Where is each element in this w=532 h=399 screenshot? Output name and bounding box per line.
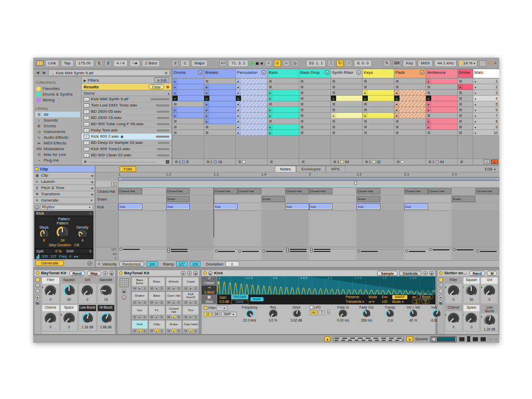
clip-launch-icon[interactable]: ▸ — [331, 113, 336, 118]
velocity-point[interactable] — [405, 250, 408, 252]
macro-knob-space[interactable]: Space0 — [463, 304, 481, 331]
velocity-grid[interactable] — [118, 247, 499, 260]
clip-slot[interactable]: ▸ — [236, 118, 267, 124]
clip-slot[interactable]: ▸ — [172, 113, 204, 118]
velocity-point[interactable] — [167, 250, 170, 252]
clip-slot[interactable] — [458, 130, 473, 136]
pad-play-button[interactable]: ▸ — [171, 286, 176, 290]
clear-filters-button[interactable]: Clear — [149, 84, 165, 89]
velocity-point[interactable] — [310, 250, 313, 252]
collection-mixing[interactable]: Mixing — [35, 97, 81, 103]
clip-slot[interactable] — [299, 96, 330, 101]
lane-chevron-icon[interactable]: ▼ — [98, 262, 100, 265]
pad-mute-button[interactable]: M — [167, 286, 171, 290]
loop-switch-icon[interactable]: Ω — [111, 182, 117, 187]
pad-solo-button[interactable]: S — [177, 300, 181, 304]
clip-slot[interactable]: ▸ — [363, 96, 394, 101]
hide-chains-icon[interactable]: − — [438, 289, 443, 294]
snap-button[interactable]: SNAP — [250, 297, 263, 301]
tab-sample[interactable]: Sample — [377, 271, 397, 276]
clip-slot[interactable]: ▸ — [394, 113, 425, 118]
clip-slot[interactable]: ▸ — [172, 84, 204, 90]
velocity-point[interactable] — [453, 248, 456, 251]
pad-play-button[interactable]: ▸ — [189, 286, 193, 290]
clip-slot[interactable]: ▸ — [204, 84, 235, 90]
clip-slot[interactable] — [299, 90, 330, 96]
clip-slot[interactable] — [426, 84, 457, 90]
lfo-hz-button[interactable]: Hz — [310, 310, 318, 315]
pad-solo-button[interactable]: S — [193, 300, 198, 304]
scene-launch-icon[interactable]: ▸ — [475, 114, 476, 117]
velocity-range-row[interactable]: ▟ 100 127 Freq 4 ◂ ▸ — [34, 254, 94, 259]
clip-slot[interactable]: ▸ — [268, 96, 299, 101]
clip-launch-icon[interactable]: ▸ — [172, 96, 178, 101]
clip-slot[interactable]: ▸ — [204, 96, 235, 101]
new-icon[interactable]: + — [265, 60, 272, 67]
filter-toggle[interactable] — [204, 306, 207, 310]
shift-control[interactable]: Shift0 — [64, 249, 94, 254]
clip-slot[interactable] — [363, 130, 394, 136]
clip-slot[interactable]: ▸ — [458, 84, 473, 90]
draw-mode-icon[interactable]: ✎ — [383, 60, 391, 67]
clip-section-launch[interactable]: ⊳Launch◀ — [33, 179, 95, 185]
track-header-percussion[interactable]: Percussion▾ — [236, 69, 267, 78]
clip-launch-icon[interactable]: ▸ — [426, 118, 431, 124]
midi-note-kick[interactable]: Kick — [166, 204, 190, 210]
stop-button[interactable]: ■ — [256, 60, 259, 66]
macro-knob-chance[interactable]: Chance0 — [42, 304, 60, 331]
edit-filters-button[interactable]: ⚙ Edit — [154, 77, 169, 83]
device-chain-minimap[interactable] — [333, 336, 404, 342]
preview-icon[interactable]: ◉ — [84, 159, 87, 164]
res-knob[interactable]: Res0.0 % — [263, 305, 284, 322]
clip-slot[interactable]: ▸ — [172, 78, 204, 84]
clip-section-clip[interactable]: ▣Clip◀ — [33, 172, 95, 179]
sort-icon[interactable]: ▴ — [168, 91, 169, 95]
fade-out-knob[interactable]: Fade Out358 ms — [356, 305, 377, 322]
browser-file-kick-mkit-synth-9-aif[interactable]: ≈Kick Mkit Synth 9.aif — [82, 96, 171, 102]
clip-slot[interactable] — [204, 124, 235, 130]
clip-slot[interactable] — [363, 107, 394, 113]
clip-slot[interactable] — [394, 78, 425, 84]
drum-pad-open-hat[interactable]: Open HatM▸S — [166, 291, 182, 305]
browser-file-tom-low-dmx-tonic-wav[interactable]: ≈Tom Low DMX Tonic.wav — [82, 102, 171, 109]
lfo-rate-field[interactable]: 2 — [318, 310, 325, 315]
clip-launch-icon[interactable]: ▸ — [236, 96, 241, 101]
trigger-button[interactable]: TRIGGER — [231, 295, 248, 299]
browser-file-kick-909-2-wav[interactable]: ≈Kick 909 2.wav◉ — [82, 134, 171, 140]
clip-slot[interactable] — [426, 113, 457, 118]
grid-resolution-menu[interactable]: 1/16 ▼ — [484, 167, 496, 171]
show-returns-icon[interactable]: ▦ — [35, 300, 40, 305]
track-header-main[interactable]: Main — [473, 69, 499, 78]
midi-note-snare[interactable]: Snare — [356, 196, 380, 202]
clip-launch-icon[interactable]: ▸ — [172, 107, 178, 112]
clip-slot[interactable]: ▸ — [236, 107, 267, 113]
clip-slot[interactable]: ▸ — [204, 107, 235, 113]
mode-classic[interactable]: ↺Classic — [202, 276, 217, 286]
clip-slot[interactable]: ▸ — [426, 118, 457, 124]
sidebar-item-audio-effects[interactable]: ∿Audio Effects — [35, 135, 81, 140]
clip-launch-icon[interactable]: ▸ — [394, 96, 400, 101]
clip-slot[interactable] — [299, 78, 330, 84]
midi-map-button[interactable]: MIDI — [418, 60, 433, 67]
sidebar-item-drums[interactable]: ⊞Drums — [35, 123, 81, 129]
map-button[interactable]: M — [487, 271, 497, 276]
clip-slot[interactable] — [331, 101, 362, 107]
frequency-knob[interactable]: Frequency22.0 kHz — [240, 305, 260, 322]
clip-launch-icon[interactable]: ▸ — [204, 101, 209, 107]
clip-slot[interactable] — [363, 84, 394, 90]
pad-mute-button[interactable]: M — [132, 315, 137, 318]
pad-play-button[interactable]: ▸ — [154, 329, 159, 332]
clip-slot[interactable] — [299, 124, 330, 130]
scene-slot-4[interactable]: ▸4 — [473, 96, 499, 101]
clip-slot[interactable]: ▸ — [363, 113, 394, 118]
time-signature-field[interactable]: 4 / 4 — [113, 60, 128, 67]
scene-slot-5[interactable]: ▸5 — [473, 101, 499, 107]
pad-mute-button[interactable]: M — [183, 286, 188, 290]
warp-mode-select[interactable]: ⇄ ▾ — [369, 300, 377, 304]
vol-vel-knob[interactable]: Vol < Vel45 % — [403, 305, 423, 322]
clip-launch-icon[interactable]: ▸ — [268, 124, 273, 129]
track-header-breaks[interactable]: Breaks — [204, 69, 235, 78]
clip-slot[interactable] — [331, 107, 362, 113]
clip-slot[interactable]: ▸ — [204, 101, 235, 107]
section-collapse-icon[interactable]: ◀ — [90, 192, 93, 196]
